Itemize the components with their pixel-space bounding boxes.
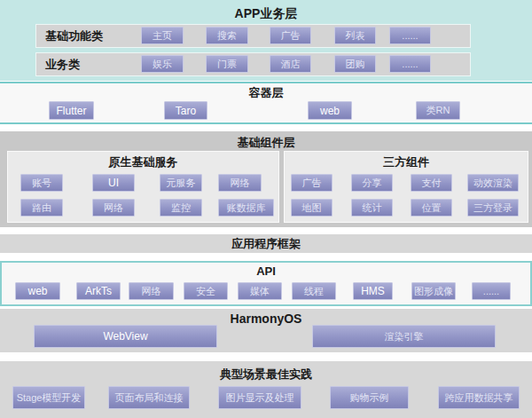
block-webview: WebView bbox=[34, 325, 217, 348]
block-network: 网络 bbox=[218, 174, 262, 192]
practices-section: 典型场景最佳实践 Stage模型开发 页面布局和连接 图片显示及处理 购物示例 … bbox=[0, 361, 532, 418]
block-home: 主页 bbox=[141, 27, 184, 44]
block-share: 分享 bbox=[351, 174, 393, 192]
block-database: 账数据库 bbox=[218, 199, 274, 217]
framework-layer-section: 应用程序框架 bbox=[0, 234, 532, 253]
block-api-more: ...... bbox=[472, 282, 511, 300]
block-stage-model-dev: Stage模型开发 bbox=[12, 386, 85, 409]
block-render-engine: 渲染引擎 bbox=[312, 325, 496, 348]
basic-function-row: 基础功能类 主页 搜索 广告 列表 ...... bbox=[35, 24, 471, 48]
block-shopping-example: 购物示例 bbox=[330, 386, 409, 409]
block-map: 地图 bbox=[291, 199, 332, 217]
block-search: 搜索 bbox=[206, 27, 248, 44]
block-cross-app-data-share: 跨应用数据共享 bbox=[438, 386, 520, 409]
block-entertainment: 娱乐 bbox=[141, 55, 184, 73]
block-web: web bbox=[308, 101, 352, 120]
native-services-panel: 原生基础服务 账号 UI 元服务 网络 路由 网络 监控 账数据库 bbox=[7, 151, 279, 223]
block-security: 安全 bbox=[184, 282, 228, 300]
third-party-panel: 三方组件 广告 分享 支付 动效渲染 地图 统计 位置 三方登录 bbox=[284, 151, 528, 223]
block-ad: 广告 bbox=[291, 174, 332, 192]
block-page-layout-connect: 页面布局和连接 bbox=[108, 386, 190, 409]
practices-title: 典型场景最佳实践 bbox=[0, 361, 532, 383]
framework-layer-title: 应用程序框架 bbox=[0, 234, 532, 253]
os-layer-title: HarmonyOS bbox=[0, 309, 532, 326]
component-layer-title: 基础组件层 bbox=[0, 131, 532, 151]
native-services-title: 原生基础服务 bbox=[8, 152, 278, 170]
block-router: 路由 bbox=[20, 199, 63, 217]
block-basic-more: ...... bbox=[389, 27, 431, 44]
block-business-more: ...... bbox=[389, 55, 431, 73]
block-network-2: 网络 bbox=[92, 199, 135, 217]
container-layer-title: 容器层 bbox=[0, 83, 532, 101]
business-row: 业务类 娱乐 门票 酒店 团购 ...... bbox=[35, 52, 471, 76]
block-api-network: 网络 bbox=[129, 282, 174, 300]
block-tickets: 门票 bbox=[206, 55, 248, 73]
block-animation-render: 动效渲染 bbox=[467, 174, 519, 192]
basic-function-label: 基础功能类 bbox=[45, 25, 103, 47]
block-image-display-process: 图片显示及处理 bbox=[218, 386, 301, 409]
block-ui: UI bbox=[92, 174, 135, 192]
block-rn-like: 类RN bbox=[416, 101, 460, 120]
third-party-title: 三方组件 bbox=[285, 152, 528, 170]
api-layer-title: API bbox=[2, 263, 530, 278]
block-account: 账号 bbox=[20, 174, 63, 192]
architecture-diagram: APP业务层 基础功能类 主页 搜索 广告 列表 ...... 业务类 娱乐 门… bbox=[0, 0, 532, 418]
block-flutter: Flutter bbox=[49, 101, 94, 120]
block-graphics-imaging: 图形成像 bbox=[411, 282, 456, 300]
block-taro: Taro bbox=[164, 101, 207, 120]
block-list: 列表 bbox=[334, 27, 376, 44]
container-layer-section: 容器层 Flutter Taro web 类RN bbox=[0, 82, 532, 124]
block-hms: HMS bbox=[353, 282, 393, 300]
block-meta-service: 元服务 bbox=[160, 174, 202, 192]
block-location: 位置 bbox=[411, 199, 452, 217]
component-layer-section: 基础组件层 原生基础服务 账号 UI 元服务 网络 路由 网络 监控 账数据库 … bbox=[0, 131, 532, 227]
os-layer-section: HarmonyOS WebView 渲染引擎 bbox=[0, 309, 532, 352]
app-layer-title: APP业务层 bbox=[0, 0, 532, 22]
block-monitor: 监控 bbox=[160, 199, 202, 217]
api-layer-section: API web ArkTs 网络 安全 媒体 线程 HMS 图形成像 .....… bbox=[0, 261, 532, 306]
block-media: 媒体 bbox=[238, 282, 282, 300]
block-hotel: 酒店 bbox=[270, 55, 311, 73]
block-statistics: 统计 bbox=[351, 199, 393, 217]
block-thread: 线程 bbox=[292, 282, 336, 300]
block-api-web: web bbox=[15, 282, 60, 300]
block-payment: 支付 bbox=[411, 174, 452, 192]
app-layer-section: APP业务层 基础功能类 主页 搜索 广告 列表 ...... 业务类 娱乐 门… bbox=[0, 0, 532, 81]
block-arkts: ArkTs bbox=[76, 282, 121, 300]
block-third-party-login: 三方登录 bbox=[467, 199, 519, 217]
block-ads: 广告 bbox=[270, 27, 311, 44]
business-label: 业务类 bbox=[45, 53, 80, 75]
block-group-buy: 团购 bbox=[334, 55, 376, 73]
